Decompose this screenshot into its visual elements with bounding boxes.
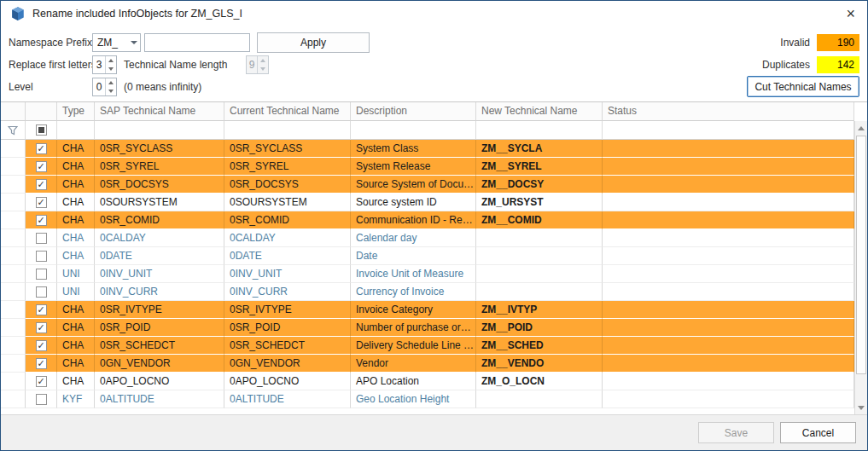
cell-new: ZM__VENDO xyxy=(476,355,603,373)
row-checkbox[interactable] xyxy=(36,376,47,387)
scroll-up-button[interactable] xyxy=(855,121,867,135)
filter-cell-description[interactable] xyxy=(351,121,476,140)
row-checkbox-cell[interactable] xyxy=(26,337,57,355)
filter-cell-type[interactable] xyxy=(57,121,95,140)
row-checkbox-cell[interactable] xyxy=(26,301,57,319)
table-row[interactable]: CHA0SR_SYREL0SR_SYRELSystem ReleaseZM__S… xyxy=(1,158,854,176)
cell-type: CHA xyxy=(57,373,95,390)
scroll-down-button[interactable] xyxy=(855,401,867,414)
cell-sap: 0SR_IVTYPE xyxy=(95,301,224,319)
spin-up-icon[interactable] xyxy=(106,56,116,65)
spin-down-icon[interactable] xyxy=(106,65,116,73)
scrollbar-thumb[interactable] xyxy=(856,136,866,374)
row-checkbox[interactable] xyxy=(36,322,47,333)
row-checkbox[interactable] xyxy=(36,304,47,315)
cancel-button[interactable]: Cancel xyxy=(780,422,856,443)
row-checkbox-cell[interactable] xyxy=(26,229,57,247)
table-row[interactable]: CHA0APO_LOCNO0APO_LOCNOAPO LocationZM_O_… xyxy=(1,373,854,390)
table-row[interactable]: CHA0DATE0DATEDate xyxy=(1,247,854,265)
table-row[interactable]: UNI0INV_UNIT0INV_UNITInvoice Unit of Mea… xyxy=(1,265,854,283)
column-header-type[interactable]: Type xyxy=(57,102,95,121)
table-row[interactable]: CHA0CALDAY0CALDAYCalendar day xyxy=(1,229,854,247)
cell-desc: Date xyxy=(351,247,476,265)
row-checkbox-cell[interactable] xyxy=(26,373,57,390)
table-row[interactable]: CHA0SR_IVTYPE0SR_IVTYPEInvoice CategoryZ… xyxy=(1,301,854,319)
cell-new: ZM__POID xyxy=(476,319,603,337)
select-all-cell[interactable] xyxy=(26,121,57,140)
table-row[interactable]: CHA0SOURSYSTEM0SOURSYSTEMSource system I… xyxy=(1,194,854,211)
row-checkbox[interactable] xyxy=(36,233,47,244)
row-checkbox[interactable] xyxy=(36,179,47,190)
column-header-sap-technical-name[interactable]: SAP Technical Name xyxy=(95,102,224,121)
row-checkbox[interactable] xyxy=(36,215,47,226)
row-checkbox-cell[interactable] xyxy=(26,158,57,176)
cell-current: 0SR_COMID xyxy=(224,211,351,229)
cell-sap: 0SR_DOCSYS xyxy=(95,176,224,194)
chevron-down-icon[interactable] xyxy=(128,41,140,44)
cell-new: ZM_URSYST xyxy=(476,194,603,211)
row-checkbox[interactable] xyxy=(36,251,47,262)
vertical-scrollbar[interactable] xyxy=(854,121,867,414)
close-icon[interactable]: × xyxy=(843,6,858,21)
table-header-row: TypeSAP Technical NameCurrent Technical … xyxy=(1,102,854,121)
row-checkbox-cell[interactable] xyxy=(26,355,57,373)
column-header-current-technical-name[interactable]: Current Technical Name xyxy=(224,102,351,121)
replace-first-letters-stepper[interactable]: 3 xyxy=(92,55,117,74)
namespace-suffix-input[interactable] xyxy=(144,33,250,52)
column-header-description[interactable]: Description xyxy=(351,102,476,121)
spin-down-icon[interactable] xyxy=(106,87,116,95)
cell-type: CHA xyxy=(57,140,95,158)
column-header-status[interactable]: Status xyxy=(603,102,854,121)
cell-status xyxy=(603,319,854,337)
row-checkbox-cell[interactable] xyxy=(26,283,57,301)
row-checkbox-cell[interactable] xyxy=(26,247,57,265)
row-checkbox[interactable] xyxy=(36,197,47,208)
replace-first-letters-label: Replace first letters xyxy=(9,55,96,74)
cut-technical-names-button[interactable]: Cut Technical Names xyxy=(747,76,859,97)
row-checkbox-cell[interactable] xyxy=(26,211,57,229)
level-stepper[interactable]: 0 xyxy=(92,78,117,96)
column-header-new-technical-name[interactable]: New Technical Name xyxy=(476,102,603,121)
cell-current: 0GN_VENDOR xyxy=(224,355,351,373)
row-checkbox[interactable] xyxy=(36,161,47,172)
row-checkbox[interactable] xyxy=(36,143,47,154)
spin-up-icon[interactable] xyxy=(106,78,116,87)
row-indicator xyxy=(1,140,26,158)
cell-type: KYF xyxy=(57,390,95,408)
spin-up-icon xyxy=(258,56,268,65)
table-row[interactable]: CHA0SR_SCHEDCT0SR_SCHEDCTDelivery Schedu… xyxy=(1,337,854,355)
row-checkbox-cell[interactable] xyxy=(26,194,57,211)
filter-icon-cell[interactable] xyxy=(1,121,26,140)
controls-panel: Namespace Prefix ZM_ Apply Invalid 190 R… xyxy=(1,26,867,101)
table-row[interactable]: CHA0SR_SYCLASS0SR_SYCLASSSystem ClassZM_… xyxy=(1,140,854,158)
save-button[interactable]: Save xyxy=(698,422,774,443)
filter-cell-sap-technical-name[interactable] xyxy=(95,121,224,140)
table-row[interactable]: UNI0INV_CURR0INV_CURRCurrency of Invoice xyxy=(1,283,854,301)
filter-cell-status[interactable] xyxy=(603,121,854,140)
table-row[interactable]: CHA0SR_COMID0SR_COMIDCommunication ID - … xyxy=(1,211,854,229)
select-all-checkbox[interactable] xyxy=(36,124,47,136)
cell-status xyxy=(603,373,854,390)
row-checkbox[interactable] xyxy=(36,358,47,369)
row-checkbox-cell[interactable] xyxy=(26,265,57,283)
table-row[interactable]: CHA0SR_DOCSYS0SR_DOCSYSSource System of … xyxy=(1,176,854,194)
row-checkbox-cell[interactable] xyxy=(26,319,57,337)
table-row[interactable]: CHA0GN_VENDOR0GN_VENDORVendorZM__VENDO xyxy=(1,355,854,373)
row-checkbox-cell[interactable] xyxy=(26,140,57,158)
row-checkbox[interactable] xyxy=(36,340,47,351)
cell-current: 0SR_DOCSYS xyxy=(224,176,351,194)
row-checkbox[interactable] xyxy=(36,286,47,298)
filter-cell-current-technical-name[interactable] xyxy=(224,121,351,140)
row-checkbox-cell[interactable] xyxy=(26,390,57,408)
header-checkbox-cell[interactable] xyxy=(26,102,57,121)
filter-cell-new-technical-name[interactable] xyxy=(476,121,603,140)
row-indicator xyxy=(1,265,26,283)
table-row[interactable]: CHA0SR_POID0SR_POIDNumber of purchase or… xyxy=(1,319,854,337)
row-indicator xyxy=(1,319,26,337)
row-checkbox-cell[interactable] xyxy=(26,176,57,194)
apply-button[interactable]: Apply xyxy=(257,32,370,53)
namespace-prefix-combo[interactable]: ZM_ xyxy=(92,33,141,52)
row-checkbox[interactable] xyxy=(36,394,47,405)
row-checkbox[interactable] xyxy=(36,269,47,280)
table-row[interactable]: KYF0ALTITUDE0ALTITUDEGeo Location Height xyxy=(1,390,854,408)
